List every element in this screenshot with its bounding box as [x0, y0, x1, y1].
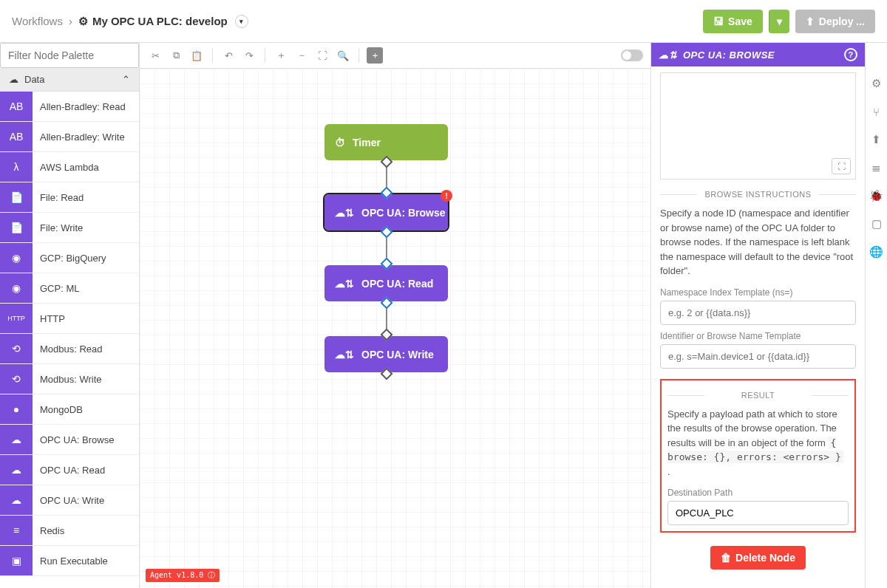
identifier-input[interactable] — [660, 344, 856, 369]
chevron-down-icon[interactable]: ▾ — [235, 15, 248, 28]
gear-icon[interactable]: ⚙ — [870, 77, 883, 90]
node-label: Redis — [33, 516, 139, 545]
input-port[interactable] — [380, 187, 392, 199]
node-label: OPC UA: Read — [361, 278, 433, 290]
upload-icon[interactable]: ⬆ — [870, 133, 883, 146]
canvas-toolbar: ✂ ⧉ 📋 ↶ ↷ ＋ － ⛶ 🔍 ＋ — [140, 43, 650, 69]
undo-icon[interactable]: ↶ — [220, 47, 237, 64]
zoom-out-icon[interactable]: － — [293, 47, 310, 64]
canvas-area: ✂ ⧉ 📋 ↶ ↷ ＋ － ⛶ 🔍 ＋ ⏱ Timer — [140, 43, 650, 588]
workflow-node-opcua-read[interactable]: ☁⇅ OPC UA: Read — [324, 265, 448, 301]
right-rail: ⚙ ⑂ ⬆ ≣ 🐞 ▢ 🌐 — [865, 43, 887, 588]
palette-node-item[interactable]: ABAllen-Bradley: Read — [0, 92, 139, 122]
node-type-icon: 📄 — [0, 182, 33, 212]
upload-icon: ⬆ — [806, 16, 815, 27]
namespace-input[interactable] — [660, 301, 856, 325]
agent-version-badge[interactable]: Agent v1.8.0 ⓘ — [146, 569, 220, 582]
palette-node-item[interactable]: ●MongoDB — [0, 394, 139, 425]
save-dropdown-button[interactable]: ▾ — [769, 10, 789, 33]
palette-node-item[interactable]: ☁OPC UA: Read — [0, 455, 139, 485]
branch-icon[interactable]: ⑂ — [870, 105, 883, 118]
toggle-switch[interactable] — [621, 49, 643, 61]
cloud-sync-icon: ☁⇅ — [335, 278, 354, 290]
cut-icon[interactable]: ✂ — [147, 47, 163, 64]
node-label: Run Executable — [33, 546, 139, 575]
paste-icon[interactable]: 📋 — [188, 47, 205, 64]
node-type-icon: AB — [0, 122, 33, 151]
palette-node-item[interactable]: ⟲Modbus: Read — [0, 334, 139, 364]
search-icon[interactable]: 🔍 — [335, 47, 351, 64]
palette-node-item[interactable]: ◉GCP: BigQuery — [0, 243, 139, 273]
node-type-icon: ☁ — [0, 485, 33, 515]
result-section: RESULT Specify a payload path at which t… — [660, 379, 856, 533]
preview-box: ⛶ — [660, 72, 856, 180]
node-label: Allen-Bradley: Write — [33, 122, 139, 151]
expand-icon[interactable]: ⛶ — [832, 158, 851, 174]
input-port[interactable] — [380, 258, 392, 270]
node-label: MongoDB — [33, 394, 139, 424]
node-label: Modbus: Write — [33, 364, 139, 394]
node-type-icon: HTTP — [0, 304, 33, 333]
palette-category-header[interactable]: ☁ Data ⌃ — [0, 68, 139, 92]
cloud-sync-icon: ☁⇅ — [335, 207, 354, 219]
palette-node-item[interactable]: HTTPHTTP — [0, 304, 139, 334]
palette-node-item[interactable]: λAWS Lambda — [0, 152, 139, 182]
output-port[interactable] — [380, 368, 392, 380]
inspector-header: ☁⇅ OPC UA: BROWSE ? — [651, 43, 865, 66]
palette-node-item[interactable]: 📄File: Read — [0, 182, 139, 213]
node-label: Modbus: Read — [33, 334, 139, 363]
workflow-node-opcua-write[interactable]: ☁⇅ OPC UA: Write — [324, 336, 448, 372]
workflow-canvas[interactable]: ⏱ Timer ☁⇅ OPC UA: Browse ! ☁⇅ OPC UA: R… — [140, 69, 650, 588]
input-port[interactable] — [380, 329, 392, 341]
palette-node-item[interactable]: ☁OPC UA: Browse — [0, 425, 139, 455]
copy-icon[interactable]: ⧉ — [168, 47, 184, 64]
page-title: My OPC UA PLC: develop — [92, 15, 228, 27]
palette-node-item[interactable]: ≡Redis — [0, 516, 139, 546]
globe-icon[interactable]: 🌐 — [870, 245, 883, 259]
node-label: GCP: BigQuery — [33, 243, 139, 273]
breadcrumb-current: ⚙ My OPC UA PLC: develop ▾ — [78, 15, 248, 28]
workflow-node-timer[interactable]: ⏱ Timer — [324, 124, 448, 160]
add-icon[interactable]: ＋ — [367, 47, 383, 64]
node-type-icon: 📄 — [0, 213, 33, 242]
node-type-icon: ◉ — [0, 243, 33, 273]
namespace-label: Namespace Index Template (ns=) — [660, 287, 856, 298]
fit-icon[interactable]: ⛶ — [314, 47, 330, 64]
palette-node-item[interactable]: ▣Run Executable — [0, 546, 139, 576]
database-icon[interactable]: ≣ — [870, 161, 883, 174]
box-icon[interactable]: ▢ — [870, 217, 883, 230]
category-label: Data — [24, 74, 44, 85]
section-heading-result: RESULT — [667, 391, 849, 400]
save-button[interactable]: 🖫 Save — [703, 10, 763, 33]
node-label: File: Write — [33, 213, 139, 242]
help-icon[interactable]: ? — [844, 48, 857, 61]
palette-node-item[interactable]: ☁OPC UA: Write — [0, 485, 139, 516]
breadcrumb-root[interactable]: Workflows — [12, 15, 63, 27]
output-port[interactable] — [380, 226, 392, 239]
node-type-icon: ⟲ — [0, 334, 33, 363]
node-type-icon: ≡ — [0, 516, 33, 545]
palette-node-item[interactable]: ◉GCP: ML — [0, 273, 139, 304]
node-label: OPC UA: Write — [361, 349, 434, 360]
destination-input[interactable] — [667, 501, 849, 525]
output-port[interactable] — [380, 156, 392, 168]
palette-node-item[interactable]: ⟲Modbus: Write — [0, 364, 139, 394]
inspector-panel: ☁⇅ OPC UA: BROWSE ? ⛶ BROWSE INSTRUCTION… — [650, 43, 865, 588]
header-actions: 🖫 Save ▾ ⬆ Deploy ... — [703, 10, 875, 33]
palette-node-item[interactable]: ABAllen-Bradley: Write — [0, 122, 139, 152]
palette-node-list: ABAllen-Bradley: ReadABAllen-Bradley: Wr… — [0, 92, 139, 588]
identifier-label: Identifier or Browse Name Template — [660, 331, 856, 341]
bug-icon[interactable]: 🐞 — [870, 189, 883, 202]
workflow-node-opcua-browse[interactable]: ☁⇅ OPC UA: Browse ! — [324, 194, 448, 230]
node-label: OPC UA: Read — [33, 455, 139, 485]
node-label: File: Read — [33, 182, 139, 212]
redo-icon[interactable]: ↷ — [241, 47, 257, 64]
output-port[interactable] — [380, 297, 392, 310]
zoom-in-icon[interactable]: ＋ — [273, 47, 289, 64]
deploy-button[interactable]: ⬆ Deploy ... — [795, 10, 875, 33]
palette-filter-input[interactable] — [0, 43, 139, 68]
inspector-title: OPC UA: BROWSE — [683, 49, 775, 61]
delete-node-button[interactable]: 🗑 Delete Node — [710, 546, 806, 570]
palette-node-item[interactable]: 📄File: Write — [0, 213, 139, 243]
node-label: OPC UA: Browse — [33, 425, 139, 454]
